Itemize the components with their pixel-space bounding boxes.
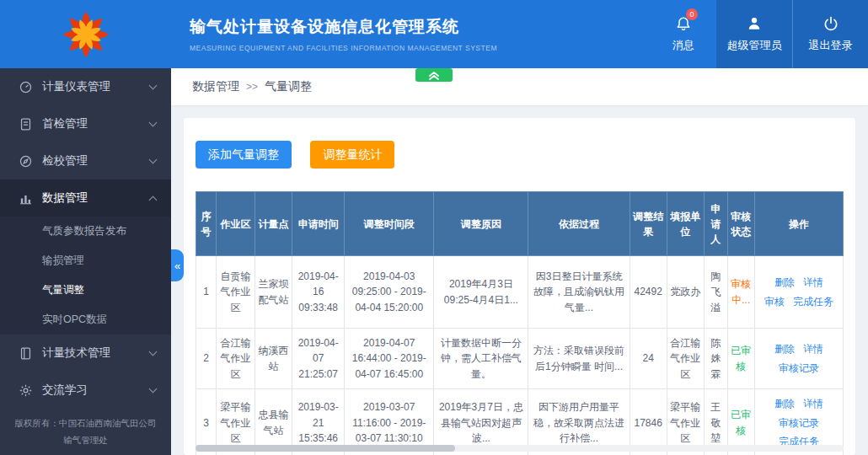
sidebar-item-label: 检校管理 <box>42 153 88 169</box>
adjustment-stats-button[interactable]: 调整量统计 <box>310 141 394 169</box>
sidebar-item-label: 计量技术管理 <box>42 345 110 361</box>
action-detail[interactable]: 详情 <box>803 396 823 412</box>
sidebar-item-first-inspection[interactable]: 首检管理 <box>0 105 171 142</box>
main-content: 数据管理 >> 气量调整 添加气量调整 调整量统计 序号 <box>171 68 868 455</box>
adjustments-table-wrap: 序号 作业区 计量点 申请时间 调整时间段 调整原因 依据过程 调整结果 填报单… <box>196 191 844 455</box>
action-detail[interactable]: 详情 <box>803 275 823 291</box>
logout-label: 退出登录 <box>809 38 853 53</box>
col-header-reason: 调整原因 <box>434 192 528 256</box>
app-subtitle: MEASURING EQUIPMENT AND FACILITIES INFOR… <box>190 44 497 52</box>
cell-status: 审核中... <box>727 256 754 329</box>
cell-apply-time: 2019-04-16 09:33:48 <box>292 256 345 329</box>
action-complete-task[interactable]: 完成任务 <box>793 294 833 310</box>
book-icon <box>19 346 33 361</box>
app-header: 输气处计量设备设施信息化管理系统 MEASURING EQUIPMENT AND… <box>0 0 868 68</box>
power-icon <box>822 15 839 32</box>
cell-unit: 党政办 <box>667 256 704 329</box>
action-review-record[interactable]: 审核记录 <box>779 415 819 431</box>
cell-applicant: 陶飞溢 <box>704 256 727 329</box>
breadcrumb-section[interactable]: 数据管理 <box>192 79 239 94</box>
submenu-item-realtime-opc[interactable]: 实时OPC数据 <box>0 305 171 335</box>
sidebar-item-metering-instruments[interactable]: 计量仪表管理 <box>0 68 171 105</box>
logout-button[interactable]: 退出登录 <box>792 0 868 68</box>
cell-seq: 1 <box>196 256 217 329</box>
horizontal-scrollbar[interactable] <box>196 445 844 452</box>
cell-result: 24 <box>630 329 667 389</box>
table-header-row: 序号 作业区 计量点 申请时间 调整时间段 调整原因 依据过程 调整结果 填报单… <box>196 192 844 256</box>
table-row: 1 自贡输气作业区 兰家坝配气站 2019-04-16 09:33:48 201… <box>196 256 844 329</box>
cell-status: 已审核 <box>727 329 754 389</box>
cell-period: 2019-04-03 09:25:00 - 2019-04-04 15:20:0… <box>345 256 434 329</box>
toolbar: 添加气量调整 调整量统计 <box>196 141 844 169</box>
messages-label: 消息 <box>672 38 694 53</box>
sidebar-item-verification[interactable]: 检校管理 <box>0 142 171 179</box>
cell-apply-time: 2019-04-07 21:25:07 <box>292 329 345 389</box>
cell-actions: 删除详情审核完成任务 <box>754 256 843 329</box>
col-header-unit: 填报单位 <box>667 192 704 256</box>
copyright: 版权所有：中国石油西南油气田公司 输气管理处 <box>0 409 171 455</box>
cell-area: 合江输气作业区 <box>217 329 255 389</box>
col-header-applicant: 申请人 <box>704 192 727 256</box>
action-review[interactable]: 审核 <box>764 294 785 310</box>
col-header-apply-time: 申请时间 <box>292 192 345 256</box>
breadcrumb: 数据管理 >> 气量调整 <box>171 68 868 105</box>
cell-point: 纳溪西站 <box>255 329 292 389</box>
sidebar: 计量仪表管理 首检管理 检校管理 数据管 <box>0 68 171 455</box>
cell-point: 兰家坝配气站 <box>255 256 292 329</box>
col-header-area: 作业区 <box>217 192 255 256</box>
messages-button[interactable]: 0 消息 <box>651 0 716 68</box>
action-delete[interactable]: 删除 <box>774 341 795 357</box>
adjustments-table: 序号 作业区 计量点 申请时间 调整时间段 调整原因 依据过程 调整结果 填报单… <box>196 191 844 455</box>
title-block: 输气处计量设备设施信息化管理系统 MEASURING EQUIPMENT AND… <box>190 0 497 68</box>
gauge-icon <box>19 80 33 94</box>
header-actions: 0 消息 超级管理员 退出登录 <box>651 0 868 68</box>
action-review-record[interactable]: 审核记录 <box>779 361 819 377</box>
cell-unit: 合江输气作业区 <box>667 329 704 389</box>
sidebar-item-exchange-learning[interactable]: 交流学习 <box>0 372 171 409</box>
submenu-item-gas-quality-report[interactable]: 气质参数报告发布 <box>0 217 171 246</box>
app-title: 输气处计量设备设施信息化管理系统 <box>190 16 497 38</box>
chevron-up-icon <box>149 195 158 204</box>
chevron-down-icon <box>149 348 158 356</box>
messages-badge: 0 <box>686 8 698 20</box>
chevron-down-icon <box>149 385 158 393</box>
breadcrumb-page: 气量调整 <box>265 79 312 94</box>
content-card: 添加气量调整 调整量统计 序号 作业区 计量点 申请时 <box>184 118 855 455</box>
bar-chart-icon <box>19 191 33 206</box>
action-delete[interactable]: 删除 <box>774 396 795 412</box>
scrollbar-thumb[interactable] <box>196 445 455 452</box>
sidebar-item-label: 首检管理 <box>42 116 88 131</box>
status-badge: 审核中... <box>731 278 751 306</box>
app-window: 输气处计量设备设施信息化管理系统 MEASURING EQUIPMENT AND… <box>0 0 868 455</box>
cell-area: 自贡输气作业区 <box>217 256 255 329</box>
col-header-basis: 依据过程 <box>528 192 630 256</box>
sidebar-item-metering-technology[interactable]: 计量技术管理 <box>0 335 171 372</box>
cell-reason: 计量数据中断一分钟，需人工补偿气量。 <box>434 329 528 389</box>
cell-reason: 2019年4月3日09:25-4月4日1... <box>434 256 528 329</box>
status-badge: 已审核 <box>731 409 751 436</box>
sidebar-menu: 计量仪表管理 首检管理 检校管理 数据管 <box>0 68 171 409</box>
action-delete[interactable]: 删除 <box>774 275 795 291</box>
col-header-status: 审核状态 <box>727 192 754 256</box>
gear-icon <box>19 383 33 398</box>
data-management-submenu: 气质参数报告发布 输损管理 气量调整 实时OPC数据 <box>0 217 171 335</box>
copyright-line1: 版权所有：中国石油西南油气田公司 <box>5 415 166 432</box>
add-adjustment-button[interactable]: 添加气量调整 <box>196 141 292 169</box>
sidebar-collapse-handle[interactable]: « <box>171 249 184 281</box>
compass-icon <box>19 154 33 169</box>
action-detail[interactable]: 详情 <box>803 341 823 357</box>
submenu-item-gas-adjustment[interactable]: 气量调整 <box>0 276 171 305</box>
submenu-item-loss-management[interactable]: 输损管理 <box>0 246 171 276</box>
copyright-line2: 输气管理处 <box>5 432 166 449</box>
document-icon <box>19 117 33 131</box>
table-row: 2 合江输气作业区 纳溪西站 2019-04-07 21:25:07 2019-… <box>196 329 844 389</box>
collapse-header-button[interactable] <box>415 68 453 82</box>
col-header-result: 调整结果 <box>630 192 667 256</box>
sidebar-item-label: 数据管理 <box>42 190 88 206</box>
sidebar-item-data-management[interactable]: 数据管理 <box>0 179 171 217</box>
status-badge: 已审核 <box>731 345 751 372</box>
admin-button[interactable]: 超级管理员 <box>716 0 792 68</box>
cell-basis: 因3日整日计量系统故障，且成渝钒钛用气量... <box>528 256 630 329</box>
cell-applicant: 陈姝霖 <box>704 329 727 389</box>
cell-basis: 方法：采取错误段前后1分钟瞬量 时间... <box>528 329 630 389</box>
